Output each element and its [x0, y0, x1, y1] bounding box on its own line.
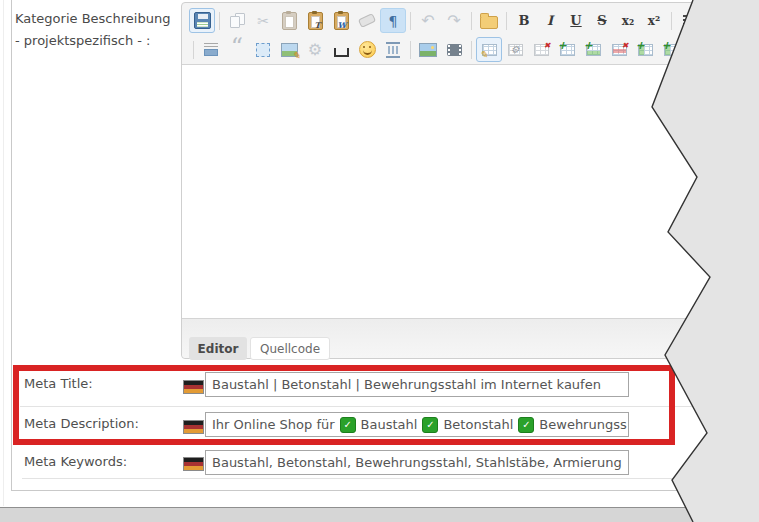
redo-arrow-icon: ↷	[447, 13, 460, 29]
delete-table-button[interactable]	[528, 37, 554, 62]
image-edit-icon	[281, 43, 298, 57]
row-separator	[20, 406, 706, 407]
category-description-label: Kategorie Beschreibung - projektspezifis…	[15, 8, 185, 52]
tab-quellcode[interactable]: Quellcode	[250, 337, 330, 360]
floppy-disk-icon	[194, 12, 211, 29]
plugins-button[interactable]: ⚙	[302, 37, 328, 62]
column-insert-before-icon	[638, 44, 653, 56]
superscript-button[interactable]: x²	[641, 8, 667, 33]
blockquote-icon: “	[231, 44, 243, 56]
superscript-icon: x²	[648, 15, 660, 27]
copy-button[interactable]	[224, 8, 250, 33]
strikethrough-button[interactable]: S	[589, 8, 615, 33]
description-text-prefix: Ihr Online Shop für	[212, 417, 335, 432]
category-description-label-line2: - projektspezifisch - :	[15, 30, 185, 52]
paste-as-text-button[interactable]: T	[302, 8, 328, 33]
clipboard-text-icon: T	[308, 12, 323, 30]
justify-button[interactable]	[676, 8, 702, 33]
german-flag-icon	[183, 380, 204, 394]
toolbar-separator	[471, 12, 472, 30]
description-text-item: Betonstahl	[443, 417, 513, 432]
smiley-icon	[359, 41, 376, 58]
green-check-icon: ✓	[518, 417, 534, 433]
undo-arrow-icon: ↶	[421, 13, 434, 29]
letter-t: T	[315, 21, 321, 29]
editor-toolbar-row1: ✂ T W ¶ ↶ ↷ B I U S x₂ x²	[182, 3, 757, 35]
panel-bottom-border	[11, 490, 759, 491]
browse-templates-button[interactable]	[476, 8, 502, 33]
cut-button[interactable]: ✂	[250, 8, 276, 33]
toolbar-separator	[506, 12, 507, 30]
blockquote-button[interactable]: “	[224, 37, 250, 62]
insert-flash-button[interactable]	[441, 37, 467, 62]
bold-button[interactable]: B	[511, 8, 537, 33]
clipboard-word-icon: W	[334, 12, 349, 30]
tab-editor[interactable]: Editor	[189, 337, 247, 360]
meta-description-label: Meta Description:	[24, 416, 139, 431]
insert-row-after-button[interactable]	[580, 37, 606, 62]
row-insert-after-icon	[586, 44, 601, 56]
table-delete-icon	[534, 44, 549, 56]
page-break-button[interactable]	[380, 37, 406, 62]
description-text-item: Bewehrungss	[539, 417, 626, 432]
toolbar-separator	[410, 12, 411, 30]
insert-table-button[interactable]	[476, 37, 502, 62]
delete-row-button[interactable]	[606, 37, 632, 62]
div-container-icon	[204, 43, 218, 56]
subscript-icon: x₂	[622, 15, 634, 27]
non-breaking-space-button[interactable]	[328, 37, 354, 62]
insert-row-before-button[interactable]	[554, 37, 580, 62]
toolbar-separator	[671, 12, 672, 30]
italic-button[interactable]: I	[537, 8, 563, 33]
green-check-icon: ✓	[422, 417, 438, 433]
strikethrough-icon: S	[597, 14, 606, 27]
paste-from-word-button[interactable]: W	[328, 8, 354, 33]
select-all-button[interactable]	[250, 37, 276, 62]
toolbar-separator	[193, 41, 194, 59]
save-button[interactable]	[189, 8, 215, 33]
meta-description-input[interactable]: Ihr Online Shop für ✓ Baustahl ✓ Betonst…	[205, 412, 629, 437]
toolbar-separator	[471, 41, 472, 59]
row-insert-before-icon	[560, 44, 575, 56]
letter-w: W	[338, 21, 347, 29]
image-icon	[419, 43, 437, 57]
nbsp-icon	[334, 48, 349, 57]
green-check-icon: ✓	[340, 417, 356, 433]
insert-column-after-button[interactable]	[658, 37, 684, 62]
column-insert-after-icon	[664, 44, 679, 56]
toolbar-separator	[219, 12, 220, 30]
scissors-icon: ✂	[257, 14, 269, 28]
outer-left-border	[3, 0, 4, 506]
subscript-button[interactable]: x₂	[615, 8, 641, 33]
copy-icon	[230, 13, 245, 28]
eraser-icon	[358, 13, 376, 28]
remove-format-button[interactable]	[354, 8, 380, 33]
bold-icon: B	[519, 14, 530, 27]
german-flag-icon	[183, 457, 204, 471]
show-paragraphs-button[interactable]: ¶	[380, 8, 406, 33]
edit-image-button[interactable]	[276, 37, 302, 62]
smiley-button[interactable]	[354, 37, 380, 62]
meta-keywords-input[interactable]	[205, 450, 629, 475]
panel-left-border	[11, 0, 12, 490]
insert-image-button[interactable]	[415, 37, 441, 62]
paste-button[interactable]	[276, 8, 302, 33]
editor-content-area[interactable]	[182, 64, 757, 319]
rich-text-editor: ✂ T W ¶ ↶ ↷ B I U S x₂ x² “	[181, 2, 758, 359]
page-break-icon	[386, 42, 400, 58]
undo-button[interactable]: ↶	[415, 8, 441, 33]
description-text-item: Baustahl	[361, 417, 418, 432]
gear-icon: ⚙	[308, 42, 322, 58]
category-description-label-line1: Kategorie Beschreibung	[15, 8, 185, 30]
table-properties-button[interactable]	[502, 37, 528, 62]
row-separator	[22, 478, 690, 479]
insert-column-before-button[interactable]	[632, 37, 658, 62]
underline-button[interactable]: U	[563, 8, 589, 33]
italic-icon: I	[547, 14, 553, 27]
selection-box-icon	[256, 43, 270, 57]
create-div-button[interactable]	[198, 37, 224, 62]
film-strip-icon	[447, 44, 462, 56]
redo-button[interactable]: ↷	[441, 8, 467, 33]
meta-title-input[interactable]	[205, 372, 629, 397]
meta-title-label: Meta Title:	[24, 376, 93, 391]
